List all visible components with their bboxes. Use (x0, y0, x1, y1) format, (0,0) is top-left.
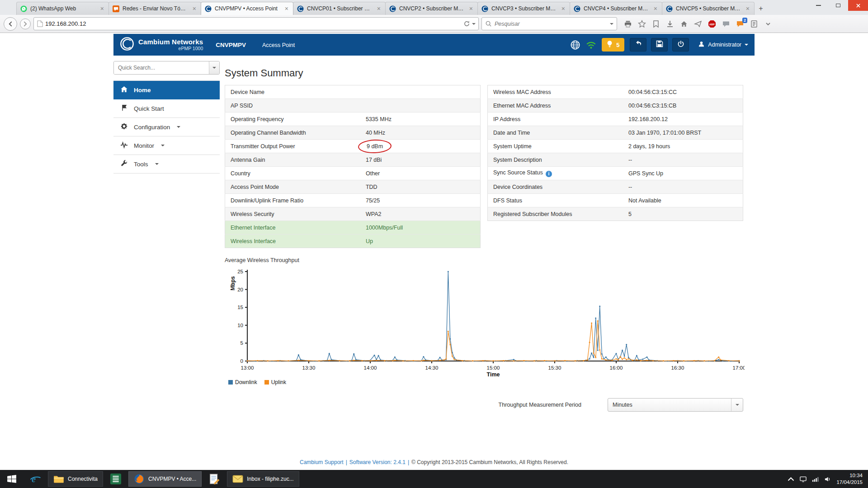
send-icon[interactable] (693, 19, 703, 28)
summary-row: Transmitter Output Power9 dBm (225, 140, 481, 153)
clock-date: 17/04/2015 (836, 479, 863, 486)
tab-close-icon[interactable]: × (284, 5, 289, 12)
browser-tab[interactable]: (2) WhatsApp Web× (16, 2, 109, 15)
save-button[interactable] (651, 38, 668, 52)
sidebar-item-configuration[interactable]: Configuration (113, 118, 220, 136)
sidebar-item-quick-start[interactable]: Quick Start (113, 99, 220, 118)
quick-search-caret[interactable] (209, 61, 219, 74)
browser-tab[interactable]: CNVCP5 • Subscriber Mod...× (662, 2, 755, 15)
maximize-button[interactable] (828, 0, 848, 11)
browser-tab[interactable]: CNVCP2 • Subscriber Mod...× (385, 2, 478, 15)
select-caret-icon (731, 399, 743, 411)
tab-close-icon[interactable]: × (745, 5, 750, 12)
back-button[interactable] (4, 17, 17, 31)
browser-tab[interactable]: CNVPMPV • Access Point× (201, 2, 293, 15)
power-button[interactable] (672, 38, 689, 52)
tab-close-icon[interactable]: × (468, 5, 474, 12)
tab-close-icon[interactable]: × (376, 5, 382, 12)
home-icon[interactable] (679, 19, 689, 28)
summary-value: 00:04:56:C3:15:CB (628, 103, 676, 109)
tray-expand-icon[interactable] (788, 476, 794, 483)
summary-row: DFS StatusNot Available (488, 194, 743, 207)
taskbar-item-connectivita[interactable]: Connectivita (48, 471, 103, 487)
browser-tab[interactable]: Redes - Enviar Novo Tópico× (108, 2, 201, 15)
tab-close-icon[interactable]: × (561, 5, 566, 12)
info-icon[interactable]: i (546, 171, 552, 177)
start-button[interactable] (0, 470, 24, 488)
url-input[interactable] (45, 20, 462, 27)
star-icon[interactable] (637, 19, 646, 28)
sidebar-item-tools[interactable]: Tools (113, 155, 220, 174)
svg-text:20: 20 (237, 287, 243, 292)
summary-row: Device Name (225, 85, 481, 99)
clipboard-icon[interactable] (750, 19, 759, 28)
search-input[interactable] (495, 21, 607, 27)
download-icon[interactable] (665, 19, 675, 28)
chevron-down-icon (155, 163, 159, 165)
alerts-button[interactable]: 5 (602, 38, 624, 52)
volume-icon[interactable] (824, 476, 831, 483)
minimize-button[interactable] (808, 0, 828, 11)
svg-text:e: e (32, 474, 36, 484)
browser-toolbar: ABP2 (0, 15, 868, 33)
close-button[interactable] (848, 0, 868, 11)
new-tab-button[interactable]: + (754, 3, 768, 14)
printer-icon[interactable] (623, 19, 632, 28)
legend-label: Downlink (235, 379, 257, 385)
quick-search[interactable] (113, 61, 220, 75)
svg-text:Time: Time (487, 371, 500, 378)
bookmarks-icon[interactable] (651, 19, 660, 28)
sidebar-item-label: Quick Start (134, 105, 164, 112)
taskbar-item[interactable] (203, 471, 225, 487)
display-icon[interactable] (800, 476, 807, 483)
tab-close-icon[interactable]: × (99, 5, 105, 12)
account-menu[interactable]: Administrator (698, 41, 748, 49)
device-type[interactable]: Access Point (262, 42, 295, 48)
tab-close-icon[interactable]: × (192, 5, 197, 12)
throughput-period-select[interactable]: Minutes (608, 398, 743, 412)
tab-close-icon[interactable]: × (653, 5, 658, 12)
taskbar-item[interactable] (105, 471, 127, 487)
url-dropdown-caret[interactable] (472, 23, 476, 25)
chevron-down-icon (161, 145, 165, 146)
epmp-app: Cambium Networks ePMP 1000 CNVPMPV Acces… (113, 34, 755, 412)
search-dropdown-caret[interactable] (610, 23, 613, 25)
taskbar-item[interactable]: e (24, 471, 46, 487)
search-bar[interactable] (481, 17, 617, 30)
clock-time: 10:34 (836, 472, 863, 479)
sidebar-item-monitor[interactable]: Monitor (113, 136, 220, 155)
wireless-status-icon (586, 40, 596, 50)
browser-tab[interactable]: CNVCP4 • Subscriber Mod...× (570, 2, 662, 15)
taskbar-item-inbox-filiphe-zuc[interactable]: Inbox - filiphe.zuc... (227, 471, 299, 487)
chat-icon[interactable] (722, 19, 731, 28)
forward-button[interactable] (20, 19, 31, 29)
summary-row: Wireless MAC Address00:04:56:C3:15:CC (488, 85, 743, 99)
taskbar-item-cnvpmpv-acce[interactable]: CNVPMPV • Acce... (128, 471, 202, 487)
throughput-period-row: Throughput Measurement Period Minutes (225, 398, 743, 412)
device-name[interactable]: CNVPMPV (216, 42, 246, 48)
url-bar[interactable] (33, 17, 479, 30)
undo-button[interactable] (630, 38, 646, 52)
menu-caret-icon[interactable] (764, 19, 773, 28)
alert-count: 5 (616, 42, 619, 48)
browser-tab[interactable]: CNVCP01 • Subscriber Mo...× (293, 2, 386, 15)
support-link[interactable]: Cambium Support (300, 459, 344, 465)
reload-icon[interactable] (463, 20, 470, 27)
summary-label: Date and Time (493, 130, 530, 136)
svg-text:0: 0 (241, 358, 243, 364)
sidebar-item-home[interactable]: Home (113, 81, 220, 99)
taskbar-clock[interactable]: 10:34 17/04/2015 (836, 472, 863, 486)
summary-value: 9 dBm (366, 143, 384, 150)
feedback-icon[interactable]: 2 (736, 19, 745, 28)
summary-label: Country (231, 170, 250, 177)
svg-text:14:30: 14:30 (425, 365, 439, 371)
undo-icon (635, 40, 642, 49)
quick-search-input[interactable] (114, 61, 209, 74)
network-icon[interactable] (812, 476, 819, 483)
summary-row: Date and Time03 Jan 1970, 17:01:00 BRST (488, 126, 743, 140)
summary-label: Operating Frequency (231, 116, 283, 122)
power-icon (677, 40, 684, 49)
adblock-icon[interactable]: ABP (708, 19, 717, 28)
browser-tab[interactable]: CNVCP3 • Subscriber Mod...× (477, 2, 570, 15)
copyright-text: © Copyright 2013-2015 Cambium Networks, … (411, 459, 568, 465)
